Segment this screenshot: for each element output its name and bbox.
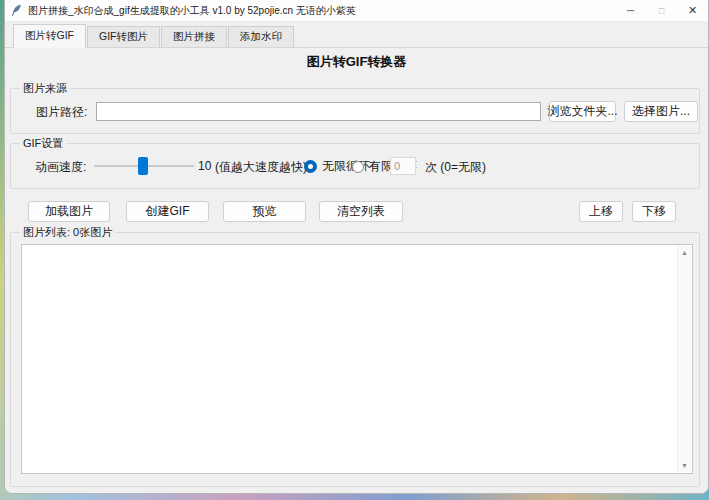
vertical-scrollbar[interactable]: ▲ ▼ <box>677 246 691 472</box>
loop-count-input[interactable] <box>390 157 416 175</box>
load-images-button[interactable]: 加载图片 <box>28 201 110 222</box>
preview-button[interactable]: 预览 <box>223 201 306 222</box>
image-source-group-title: 图片来源 <box>20 81 70 96</box>
scroll-down-icon[interactable]: ▼ <box>681 462 688 469</box>
tab-gif-to-image[interactable]: GIF转图片 <box>87 26 160 47</box>
page-title: 图片转GIF转换器 <box>5 53 708 71</box>
image-path-label: 图片路径: <box>36 104 87 121</box>
select-images-button[interactable]: 选择图片... <box>624 101 698 122</box>
window-controls: ─ □ ✕ <box>615 0 708 21</box>
radio-selected-icon <box>304 160 317 173</box>
loop-count-suffix: 次 (0=无限) <box>425 159 486 176</box>
gif-settings-group: GIF设置 动画速度: 10 (值越大速度越快) 无限循环 有限循环 次 (0=… <box>10 143 700 189</box>
image-source-group: 图片来源 图片路径: 浏览文件夹... 选择图片... <box>10 88 700 134</box>
tab-image-stitch[interactable]: 图片拼接 <box>161 26 227 47</box>
titlebar: 图片拼接_水印合成_gif生成提取的小工具 v1.0 by 52pojie.cn… <box>5 0 708 22</box>
animation-speed-label: 动画速度: <box>35 159 86 176</box>
minimize-button[interactable]: ─ <box>615 0 646 21</box>
image-listbox[interactable]: ▲ ▼ <box>21 244 693 474</box>
image-path-input[interactable] <box>96 102 541 121</box>
image-list-group: 图片列表: 0张图片 ▲ ▼ <box>10 232 700 487</box>
radio-unselected-icon <box>352 161 364 173</box>
move-down-button[interactable]: 下移 <box>632 201 676 222</box>
close-button[interactable]: ✕ <box>677 0 708 21</box>
tab-bar: 图片转GIF GIF转图片 图片拼接 添加水印 <box>5 22 708 47</box>
app-feather-icon <box>11 4 22 17</box>
speed-hint: (值越大速度越快) <box>215 159 307 176</box>
tab-content-image-to-gif: 图片转GIF转换器 图片来源 图片路径: 浏览文件夹... 选择图片... GI… <box>5 47 708 494</box>
maximize-button[interactable]: □ <box>646 0 677 21</box>
browse-folder-button[interactable]: 浏览文件夹... <box>549 101 616 122</box>
app-window: 图片拼接_水印合成_gif生成提取的小工具 v1.0 by 52pojie.cn… <box>4 0 709 494</box>
tab-add-watermark[interactable]: 添加水印 <box>228 26 294 47</box>
move-up-button[interactable]: 上移 <box>579 201 623 222</box>
clear-list-button[interactable]: 清空列表 <box>319 201 403 222</box>
image-list-group-title: 图片列表: 0张图片 <box>20 225 115 240</box>
tab-image-to-gif[interactable]: 图片转GIF <box>13 24 86 48</box>
gif-settings-group-title: GIF设置 <box>20 136 66 151</box>
scroll-up-icon[interactable]: ▲ <box>681 249 688 256</box>
create-gif-button[interactable]: 创建GIF <box>126 201 209 222</box>
animation-speed-slider[interactable] <box>94 156 194 176</box>
window-title: 图片拼接_水印合成_gif生成提取的小工具 v1.0 by 52pojie.cn… <box>28 4 356 18</box>
speed-value: 10 <box>198 159 211 173</box>
slider-handle[interactable] <box>138 157 148 175</box>
